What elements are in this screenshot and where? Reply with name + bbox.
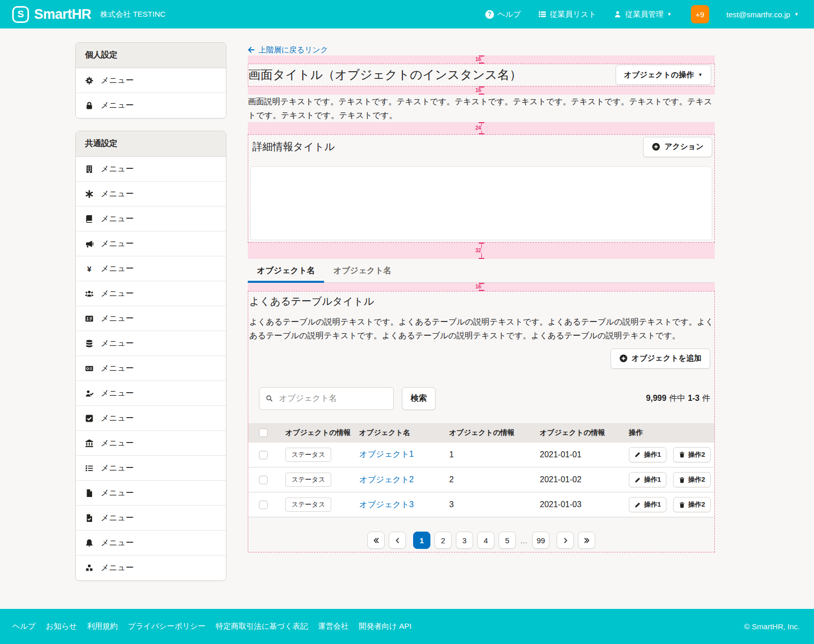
chevron-left-icon <box>394 537 401 544</box>
delete-button[interactable]: 操作2 <box>673 497 711 512</box>
sidebar-item-menu[interactable]: メニュー <box>76 481 226 506</box>
pencil-icon <box>634 502 641 508</box>
pagination: 1 2 3 4 5 … 99 <box>248 532 714 549</box>
footer-link-news[interactable]: お知らせ <box>46 622 77 631</box>
footer-nav: ヘルプ お知らせ 利用規約 プライバシーポリシー 特定商取引法に基づく表記 運営… <box>12 622 412 631</box>
page-description: 画面説明テキストです。テキストです。テキストです。テキストです。テキストです。テ… <box>248 95 715 122</box>
object-info-cell: 3 <box>443 492 534 517</box>
sidebar-item-menu[interactable]: メニュー <box>76 207 226 231</box>
tab-object-1[interactable]: オブジェクト名 <box>248 259 324 282</box>
smarthr-logo[interactable]: S SmartHR <box>12 6 91 23</box>
detail-section-title: 詳細情報タイトル <box>250 140 335 154</box>
page-title-block: 画面タイトル（オブジェクトのインスタンス名） オブジェクトの操作 ▼ <box>248 64 715 86</box>
copyright: © SmartHR, Inc. <box>744 622 800 631</box>
search-button[interactable]: 検索 <box>402 387 435 410</box>
action-button[interactable]: アクション <box>643 137 712 157</box>
row-checkbox[interactable] <box>259 501 268 509</box>
trash-icon <box>679 451 685 458</box>
notification-badge[interactable]: +9 <box>691 5 709 23</box>
prev-page-button[interactable] <box>389 532 406 549</box>
book-icon <box>85 215 94 223</box>
footer-link-terms[interactable]: 利用規約 <box>87 622 118 631</box>
edit-button[interactable]: 操作1 <box>629 447 666 462</box>
last-page-button[interactable] <box>578 532 595 549</box>
footer-link-help[interactable]: ヘルプ <box>12 622 36 631</box>
question-circle-icon: ? <box>485 10 494 19</box>
next-page-button[interactable] <box>557 532 574 549</box>
app-header: S SmartHR 株式会社 TESTINC ? ヘルプ 従業員リスト 従業員管… <box>0 0 814 28</box>
column-header: オブジェクト名 <box>353 423 443 443</box>
select-all-checkbox[interactable] <box>259 428 268 437</box>
main-content: 上階層に戻るリンク 16 画面タイトル（オブジェクトのインスタンス名） オブジェ… <box>248 42 715 552</box>
search-box[interactable] <box>259 387 394 410</box>
object-link[interactable]: オブジェクト2 <box>359 475 414 484</box>
row-checkbox[interactable] <box>259 476 268 484</box>
table-row: ステータス オブジェクト1 1 2021-01-01 操作1 操作2 <box>248 443 714 467</box>
edit-button[interactable]: 操作1 <box>629 472 666 487</box>
help-link[interactable]: ? ヘルプ <box>485 10 521 19</box>
sidebar-item-menu[interactable]: メニュー <box>76 531 226 555</box>
sidebar-item-menu[interactable]: メニュー <box>76 406 226 431</box>
sidebar-item-menu[interactable]: メニュー <box>76 281 226 306</box>
sidebar-item-menu[interactable]: メニュー <box>76 157 226 182</box>
footer-link-privacy[interactable]: プライバシーポリシー <box>128 622 206 631</box>
page-button[interactable]: 4 <box>477 532 495 549</box>
lock-icon <box>85 101 94 110</box>
object-actions-dropdown-button[interactable]: オブジェクトの操作 ▼ <box>616 65 711 85</box>
delete-button[interactable]: 操作2 <box>673 447 711 462</box>
column-header: オブジェクトの情報 <box>279 423 353 443</box>
sidebar-item-menu[interactable]: ¥ メニュー <box>76 256 226 281</box>
sidebar-item-menu[interactable]: メニュー <box>76 555 226 580</box>
table-section-description: よくあるテーブルの説明テキストです。よくあるテーブルの説明テキストです。よくある… <box>249 315 714 342</box>
brand-name: SmartHR <box>34 7 91 22</box>
footer-link-developer-api[interactable]: 開発者向け API <box>359 622 412 631</box>
sidebar-item-menu[interactable]: メニュー <box>76 381 226 406</box>
object-link[interactable]: オブジェクト1 <box>359 450 414 458</box>
edit-button[interactable]: 操作1 <box>629 497 666 512</box>
page-button[interactable]: 5 <box>499 532 516 549</box>
pagination-ellipsis: … <box>520 536 528 545</box>
sidebar-item-menu[interactable]: メニュー <box>76 68 226 93</box>
user-check-icon <box>85 389 94 398</box>
sidebar-item-menu[interactable]: メニュー <box>76 306 226 331</box>
add-object-button[interactable]: オブジェクトを追加 <box>610 348 710 369</box>
first-page-button[interactable] <box>367 532 385 549</box>
users-icon <box>85 289 94 298</box>
sidebar-item-menu[interactable]: メニュー <box>76 231 226 256</box>
object-date-cell: 2021-01-03 <box>534 492 623 517</box>
sidebar-item-menu[interactable]: メニュー <box>76 506 226 531</box>
employee-admin-menu[interactable]: 従業員管理 ▼ <box>614 10 672 19</box>
sidebar-item-menu[interactable]: メニュー <box>76 356 226 381</box>
tab-bar: オブジェクト名 オブジェクト名 <box>248 259 715 283</box>
object-link[interactable]: オブジェクト3 <box>359 500 414 509</box>
caret-down-icon: ▼ <box>667 12 672 17</box>
account-menu[interactable]: test@smarthr.co.jp ▼ <box>726 10 799 19</box>
spacing-band-24: 24 <box>248 122 715 134</box>
tab-object-2[interactable]: オブジェクト名 <box>324 259 400 282</box>
search-input[interactable] <box>278 393 387 403</box>
footer-link-company[interactable]: 運営会社 <box>318 622 348 631</box>
object-info-cell: 2 <box>443 467 534 492</box>
smarthr-logo-icon: S <box>12 6 29 23</box>
sidebar-item-menu[interactable]: メニュー <box>76 331 226 356</box>
sidebar-item-menu[interactable]: メニュー <box>76 182 226 207</box>
employee-list-link[interactable]: 従業員リスト <box>538 10 596 19</box>
sidebar-item-menu[interactable]: メニュー <box>76 456 226 481</box>
delete-button[interactable]: 操作2 <box>673 472 711 487</box>
footer-link-commercial-law[interactable]: 特定商取引法に基づく表記 <box>216 622 308 631</box>
spacing-band-16: 16 <box>248 86 715 95</box>
object-table: オブジェクトの情報 オブジェクト名 オブジェクトの情報 オブジェクトの情報 操作… <box>248 423 714 518</box>
file-icon <box>85 489 94 497</box>
row-checkbox[interactable] <box>259 451 268 459</box>
page-button[interactable]: 3 <box>456 532 473 549</box>
back-link[interactable]: 上階層に戻るリンク <box>248 45 328 54</box>
sidebar-item-menu[interactable]: メニュー <box>76 93 226 118</box>
page-button-current[interactable]: 1 <box>413 532 430 549</box>
list-table-icon <box>538 10 546 18</box>
page-button-last-number[interactable]: 99 <box>532 532 549 549</box>
page-button[interactable]: 2 <box>434 532 452 549</box>
bell-icon <box>85 539 94 547</box>
file-check-icon <box>85 514 94 522</box>
sidebar: 個人設定 メニュー メニュー 共通設定 メニュー <box>75 42 226 593</box>
sidebar-item-menu[interactable]: メニュー <box>76 431 226 456</box>
